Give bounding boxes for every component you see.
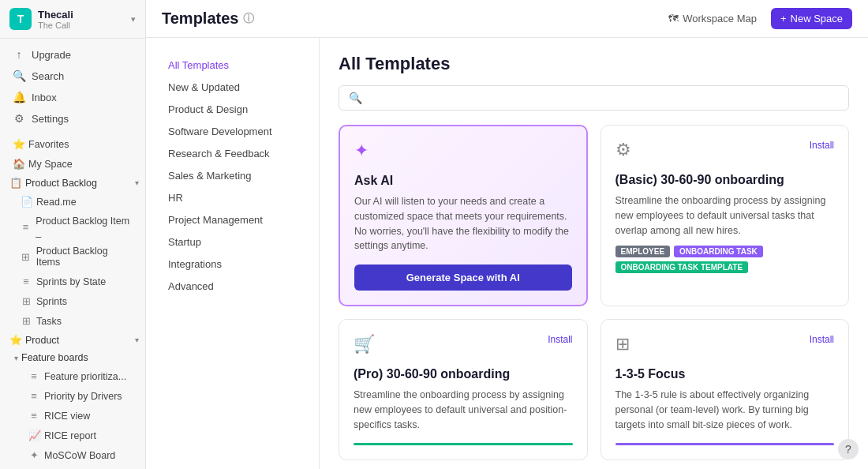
inbox-label: Inbox [32, 92, 57, 103]
sidebar-item-rice-view[interactable]: ≡ RICE view [3, 407, 142, 425]
product-backlog-toggle[interactable]: 📋 Product Backlog ▾ [0, 174, 145, 192]
card-basic-desc: Streamline the onboarding process by ass… [615, 193, 835, 238]
sidebar-item-product-backlog-items[interactable]: ⊞ Product Backlog Items [3, 242, 142, 271]
card-135-desc: The 1-3-5 rule is about effectively orga… [615, 388, 835, 432]
card-ask-ai-desc: Our AI will listen to your needs and cre… [354, 194, 572, 253]
search-icon: 🔍 [13, 69, 25, 82]
settings-icon: ⚙ [615, 140, 631, 160]
list-icon-5: ≡ [28, 410, 39, 422]
nav-item-product-design[interactable]: Product & Design [152, 99, 312, 120]
grid-large-icon: ⊞ [615, 334, 630, 355]
info-icon: ⓘ [243, 12, 254, 26]
nav-item-all-templates[interactable]: All Templates [152, 54, 312, 76]
sidebar: T Thecali The Call ▾ ↑ Upgrade 🔍 Search … [0, 0, 146, 469]
generate-space-button[interactable]: Generate Space with AI [354, 265, 572, 291]
sidebar-item-feedback-driven[interactable]: 🔄 Feedback-driven ... [3, 466, 142, 469]
nav-item-integrations[interactable]: Integrations [152, 253, 312, 275]
brand-chevron-icon: ▾ [131, 14, 136, 24]
nav-item-software-dev[interactable]: Software Development [152, 121, 312, 142]
brand-logo: T [9, 8, 32, 30]
gear-icon: ⚙ [13, 112, 25, 125]
nav-item-sales-marketing[interactable]: Sales & Marketing [152, 165, 312, 186]
map-icon: 🗺 [668, 13, 679, 24]
card-ask-ai-title: Ask AI [354, 174, 572, 188]
list-icon-4: ≡ [28, 390, 39, 402]
sidebar-nav: ↑ Upgrade 🔍 Search 🔔 Inbox ⚙ Settings [0, 39, 145, 134]
sidebar-item-inbox[interactable]: 🔔 Inbox [3, 87, 142, 107]
backlog-chevron-icon: ▾ [135, 178, 139, 187]
sidebar-item-tasks[interactable]: ⊞ Tasks [3, 312, 142, 330]
sidebar-item-feature-prioritiza[interactable]: ≡ Feature prioritiza... [3, 367, 142, 385]
upgrade-label: Upgrade [32, 49, 71, 61]
sidebar-item-sprints-by-state[interactable]: ≡ Sprints by State [3, 272, 142, 291]
upgrade-icon: ↑ [13, 48, 25, 61]
list-icon-2: ≡ [21, 276, 32, 287]
product-backlog-items-label: Product Backlog Items [36, 246, 133, 268]
sidebar-item-priority-by-drivers[interactable]: ≡ Priority by Drivers [3, 387, 142, 405]
read-me-label: Read.me [36, 197, 77, 208]
nav-item-hr[interactable]: HR [152, 187, 312, 208]
doc-icon: 📄 [21, 196, 32, 208]
bell-icon: 🔔 [13, 91, 25, 103]
sidebar-item-upgrade[interactable]: ↑ Upgrade [3, 44, 142, 65]
product-backlog-label: Product Backlog [25, 178, 97, 189]
sidebar-item-moscow-board[interactable]: ✦ MoSCoW Board [3, 446, 142, 464]
feature-boards-toggle[interactable]: ▾ Feature boards [0, 349, 145, 366]
sidebar-item-search[interactable]: 🔍 Search [3, 66, 142, 86]
product-chevron-icon: ▾ [135, 336, 139, 344]
sidebar-item-settings[interactable]: ⚙ Settings [3, 108, 142, 129]
list-icon-3: ≡ [28, 370, 39, 382]
sidebar-item-sprints[interactable]: ⊞ Sprints [3, 292, 142, 310]
sprints-by-state-label: Sprints by State [36, 276, 106, 287]
sidebar-header[interactable]: T Thecali The Call ▾ [0, 0, 145, 39]
card-basic-title: (Basic) 30-60-90 onboarding [615, 173, 835, 187]
sidebar-item-my-space[interactable]: 🏠 My Space [3, 155, 142, 173]
search-label: Search [32, 70, 64, 82]
card-pro-30-60-90[interactable]: 🛒 Install (Pro) 30-60-90 onboarding Stre… [339, 319, 588, 460]
left-nav: All Templates New & Updated Product & De… [146, 38, 320, 469]
product-star-icon: ⭐ [9, 334, 22, 346]
nav-item-project-management[interactable]: Project Management [152, 209, 312, 231]
install-pro-button[interactable]: Install [548, 334, 572, 345]
nav-item-startup[interactable]: Startup [152, 231, 312, 253]
nav-item-new-updated[interactable]: New & Updated [152, 77, 312, 98]
card-pro-header: 🛒 Install [354, 334, 573, 359]
main-area: Templates ⓘ 🗺 Workspace Map + New Space … [146, 0, 868, 469]
workspace-map-button[interactable]: 🗺 Workspace Map [662, 9, 763, 28]
new-space-label: New Space [791, 13, 843, 24]
new-space-button[interactable]: + New Space [771, 8, 852, 29]
grid-icon-1: ⊞ [21, 251, 32, 263]
tasks-label: Tasks [36, 316, 62, 327]
product-backlog-icon: 📋 [9, 177, 22, 189]
brand-name: Thecali [38, 9, 73, 21]
help-button[interactable]: ? [838, 439, 859, 460]
sidebar-item-rice-report[interactable]: 📈 RICE report [3, 426, 142, 445]
sidebar-item-favorites[interactable]: ⭐ Favorites [3, 135, 142, 153]
sidebar-item-read-me[interactable]: 📄 Read.me [3, 193, 142, 211]
rice-report-label: RICE report [44, 430, 96, 441]
workspace-map-label: Workspace Map [683, 13, 757, 24]
search-bar[interactable]: 🔍 [339, 85, 849, 111]
templates-main: All Templates 🔍 ✦ Ask AI Our AI will lis… [320, 38, 868, 469]
feature-prioritiza-label: Feature prioritiza... [44, 371, 126, 382]
card-ask-ai[interactable]: ✦ Ask AI Our AI will listen to your need… [339, 125, 588, 306]
rice-view-label: RICE view [44, 411, 90, 422]
product-backlog-item-label: Product Backlog Item _ [36, 216, 133, 238]
card-pro-desc: Streamline the onboarding process by ass… [354, 388, 573, 432]
topbar: Templates ⓘ 🗺 Workspace Map + New Space [146, 0, 868, 38]
content-area: All Templates New & Updated Product & De… [146, 38, 868, 469]
grid-icon-2: ⊞ [21, 295, 32, 307]
install-basic-button[interactable]: Install [810, 140, 834, 151]
install-135-button[interactable]: Install [810, 334, 834, 345]
nav-item-research-feedback[interactable]: Research & Feedback [152, 143, 312, 164]
card-basic-30-60-90[interactable]: ⚙ Install (Basic) 30-60-90 onboarding St… [600, 125, 850, 306]
star-icon: ⭐ [13, 138, 24, 150]
settings-label: Settings [32, 113, 69, 125]
product-toggle[interactable]: ⭐ Product ▾ [0, 331, 145, 349]
cards-grid: ✦ Ask AI Our AI will listen to your need… [339, 125, 849, 460]
sidebar-item-product-backlog-item[interactable]: ≡ Product Backlog Item _ [3, 212, 142, 241]
brand-info: Thecali The Call [38, 9, 73, 30]
nav-item-advanced[interactable]: Advanced [152, 276, 312, 297]
search-input[interactable] [369, 92, 839, 104]
card-1-3-5-focus[interactable]: ⊞ Install 1-3-5 Focus The 1-3-5 rule is … [600, 319, 850, 460]
